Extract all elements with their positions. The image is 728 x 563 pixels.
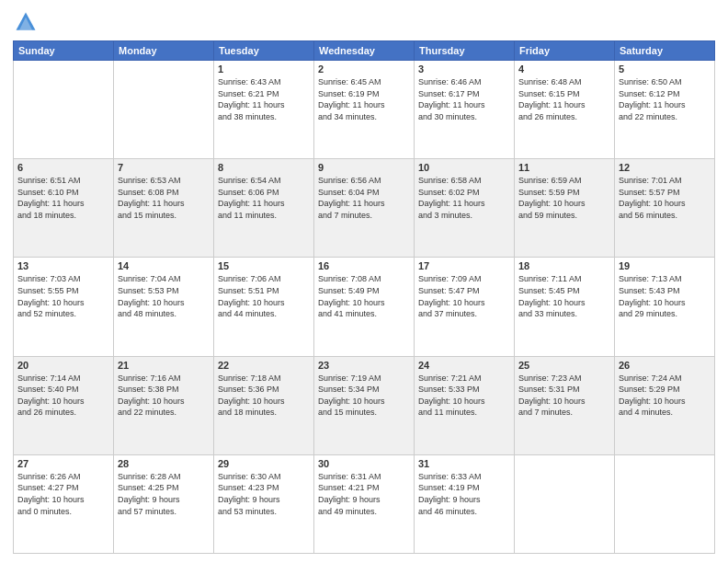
cell-day-number: 10 [418, 162, 510, 173]
cell-day-number: 12 [619, 162, 711, 173]
calendar-cell: 28Sunrise: 6:28 AM Sunset: 4:25 PM Dayli… [114, 454, 214, 553]
calendar-cell: 14Sunrise: 7:04 AM Sunset: 5:53 PM Dayli… [114, 258, 214, 356]
cell-info: Sunrise: 7:24 AM Sunset: 5:29 PM Dayligh… [619, 373, 711, 419]
cell-day-number: 25 [518, 360, 610, 371]
cell-day-number: 8 [218, 162, 310, 173]
cell-info: Sunrise: 6:48 AM Sunset: 6:15 PM Dayligh… [518, 76, 610, 122]
calendar-cell: 3Sunrise: 6:46 AM Sunset: 6:17 PM Daylig… [415, 61, 515, 159]
cell-info: Sunrise: 6:53 AM Sunset: 6:08 PM Dayligh… [118, 175, 210, 221]
calendar-cell: 7Sunrise: 6:53 AM Sunset: 6:08 PM Daylig… [114, 159, 214, 258]
cell-day-number: 19 [619, 260, 711, 271]
calendar-cell: 1Sunrise: 6:43 AM Sunset: 6:21 PM Daylig… [214, 61, 314, 159]
calendar-cell: 20Sunrise: 7:14 AM Sunset: 5:40 PM Dayli… [14, 356, 114, 454]
cell-info: Sunrise: 7:01 AM Sunset: 5:57 PM Dayligh… [619, 175, 711, 221]
cell-info: Sunrise: 6:59 AM Sunset: 5:59 PM Dayligh… [518, 175, 610, 221]
calendar-cell: 12Sunrise: 7:01 AM Sunset: 5:57 PM Dayli… [615, 159, 715, 258]
calendar-cell: 5Sunrise: 6:50 AM Sunset: 6:12 PM Daylig… [615, 61, 715, 159]
calendar-cell: 4Sunrise: 6:48 AM Sunset: 6:15 PM Daylig… [515, 61, 615, 159]
cell-info: Sunrise: 6:43 AM Sunset: 6:21 PM Dayligh… [218, 76, 310, 122]
logo-icon [13, 9, 39, 35]
calendar-cell [615, 454, 715, 553]
calendar-cell: 22Sunrise: 7:18 AM Sunset: 5:36 PM Dayli… [214, 356, 314, 454]
cell-day-number: 9 [318, 162, 410, 173]
calendar-cell: 2Sunrise: 6:45 AM Sunset: 6:19 PM Daylig… [314, 61, 415, 159]
calendar-week-4: 20Sunrise: 7:14 AM Sunset: 5:40 PM Dayli… [14, 356, 715, 454]
cell-day-number: 16 [318, 260, 410, 271]
cell-day-number: 7 [118, 162, 210, 173]
cell-info: Sunrise: 6:58 AM Sunset: 6:02 PM Dayligh… [418, 175, 510, 221]
page: SundayMondayTuesdayWednesdayThursdayFrid… [0, 0, 728, 563]
cell-day-number: 14 [118, 260, 210, 271]
cell-info: Sunrise: 7:23 AM Sunset: 5:31 PM Dayligh… [518, 373, 610, 419]
calendar-cell: 11Sunrise: 6:59 AM Sunset: 5:59 PM Dayli… [515, 159, 615, 258]
cell-day-number: 22 [218, 360, 310, 371]
cell-info: Sunrise: 7:03 AM Sunset: 5:55 PM Dayligh… [17, 273, 109, 319]
calendar-table: SundayMondayTuesdayWednesdayThursdayFrid… [13, 40, 715, 554]
cell-day-number: 21 [118, 360, 210, 371]
cell-info: Sunrise: 6:50 AM Sunset: 6:12 PM Dayligh… [619, 76, 711, 122]
calendar-cell: 17Sunrise: 7:09 AM Sunset: 5:47 PM Dayli… [415, 258, 515, 356]
cell-day-number: 28 [118, 458, 210, 469]
cell-info: Sunrise: 7:19 AM Sunset: 5:34 PM Dayligh… [318, 373, 410, 419]
calendar-cell [515, 454, 615, 553]
calendar-cell: 24Sunrise: 7:21 AM Sunset: 5:33 PM Dayli… [415, 356, 515, 454]
cell-day-number: 20 [17, 360, 109, 371]
cell-info: Sunrise: 6:45 AM Sunset: 6:19 PM Dayligh… [318, 76, 410, 122]
calendar-cell [114, 61, 214, 159]
cell-info: Sunrise: 7:06 AM Sunset: 5:51 PM Dayligh… [218, 273, 310, 319]
day-header-friday: Friday [515, 41, 615, 61]
cell-info: Sunrise: 6:46 AM Sunset: 6:17 PM Dayligh… [418, 76, 510, 122]
calendar-week-2: 6Sunrise: 6:51 AM Sunset: 6:10 PM Daylig… [14, 159, 715, 258]
cell-info: Sunrise: 7:14 AM Sunset: 5:40 PM Dayligh… [17, 373, 109, 419]
cell-day-number: 31 [418, 458, 510, 469]
cell-info: Sunrise: 7:09 AM Sunset: 5:47 PM Dayligh… [418, 273, 510, 319]
cell-info: Sunrise: 7:21 AM Sunset: 5:33 PM Dayligh… [418, 373, 510, 419]
cell-info: Sunrise: 7:18 AM Sunset: 5:36 PM Dayligh… [218, 373, 310, 419]
cell-day-number: 5 [619, 63, 711, 75]
cell-info: Sunrise: 6:33 AM Sunset: 4:19 PM Dayligh… [418, 471, 510, 517]
cell-day-number: 30 [318, 458, 410, 469]
cell-day-number: 2 [318, 63, 410, 75]
cell-day-number: 23 [318, 360, 410, 371]
calendar-cell: 9Sunrise: 6:56 AM Sunset: 6:04 PM Daylig… [314, 159, 415, 258]
calendar-cell: 30Sunrise: 6:31 AM Sunset: 4:21 PM Dayli… [314, 454, 415, 553]
day-header-sunday: Sunday [14, 41, 114, 61]
calendar-week-1: 1Sunrise: 6:43 AM Sunset: 6:21 PM Daylig… [14, 61, 715, 159]
cell-day-number: 1 [218, 63, 310, 75]
cell-info: Sunrise: 6:54 AM Sunset: 6:06 PM Dayligh… [218, 175, 310, 221]
calendar-cell: 23Sunrise: 7:19 AM Sunset: 5:34 PM Dayli… [314, 356, 415, 454]
cell-day-number: 26 [619, 360, 711, 371]
day-header-thursday: Thursday [415, 41, 515, 61]
cell-info: Sunrise: 6:28 AM Sunset: 4:25 PM Dayligh… [118, 471, 210, 517]
cell-info: Sunrise: 6:56 AM Sunset: 6:04 PM Dayligh… [318, 175, 410, 221]
calendar-cell: 21Sunrise: 7:16 AM Sunset: 5:38 PM Dayli… [114, 356, 214, 454]
calendar-cell: 29Sunrise: 6:30 AM Sunset: 4:23 PM Dayli… [214, 454, 314, 553]
cell-day-number: 13 [17, 260, 109, 271]
cell-info: Sunrise: 7:08 AM Sunset: 5:49 PM Dayligh… [318, 273, 410, 319]
day-header-saturday: Saturday [615, 41, 715, 61]
calendar-cell: 25Sunrise: 7:23 AM Sunset: 5:31 PM Dayli… [515, 356, 615, 454]
cell-info: Sunrise: 6:51 AM Sunset: 6:10 PM Dayligh… [17, 175, 109, 221]
calendar-cell: 6Sunrise: 6:51 AM Sunset: 6:10 PM Daylig… [14, 159, 114, 258]
cell-day-number: 11 [518, 162, 610, 173]
day-header-tuesday: Tuesday [214, 41, 314, 61]
calendar-cell: 31Sunrise: 6:33 AM Sunset: 4:19 PM Dayli… [415, 454, 515, 553]
day-header-wednesday: Wednesday [314, 41, 415, 61]
cell-info: Sunrise: 6:26 AM Sunset: 4:27 PM Dayligh… [17, 471, 109, 517]
cell-info: Sunrise: 6:31 AM Sunset: 4:21 PM Dayligh… [318, 471, 410, 517]
calendar-cell: 15Sunrise: 7:06 AM Sunset: 5:51 PM Dayli… [214, 258, 314, 356]
calendar-cell: 27Sunrise: 6:26 AM Sunset: 4:27 PM Dayli… [14, 454, 114, 553]
cell-day-number: 6 [17, 162, 109, 173]
cell-info: Sunrise: 7:13 AM Sunset: 5:43 PM Dayligh… [619, 273, 711, 319]
calendar-cell: 13Sunrise: 7:03 AM Sunset: 5:55 PM Dayli… [14, 258, 114, 356]
cell-day-number: 24 [418, 360, 510, 371]
logo [13, 9, 42, 35]
calendar-cell: 16Sunrise: 7:08 AM Sunset: 5:49 PM Dayli… [314, 258, 415, 356]
cell-day-number: 17 [418, 260, 510, 271]
cell-day-number: 4 [518, 63, 610, 75]
header [13, 9, 715, 35]
cell-info: Sunrise: 6:30 AM Sunset: 4:23 PM Dayligh… [218, 471, 310, 517]
cell-info: Sunrise: 7:11 AM Sunset: 5:45 PM Dayligh… [518, 273, 610, 319]
calendar-cell: 10Sunrise: 6:58 AM Sunset: 6:02 PM Dayli… [415, 159, 515, 258]
calendar-cell: 19Sunrise: 7:13 AM Sunset: 5:43 PM Dayli… [615, 258, 715, 356]
